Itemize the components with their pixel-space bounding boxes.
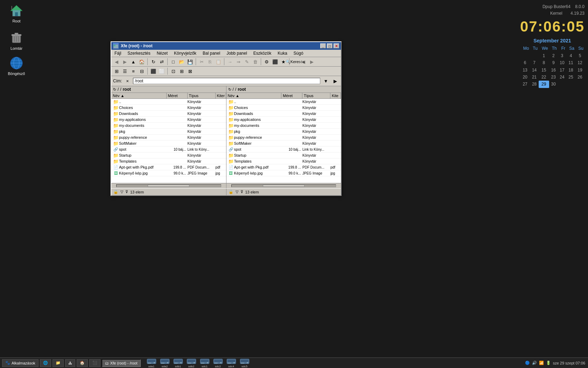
close-button[interactable]: ✕	[334, 43, 339, 48]
start-button[interactable]: 🐾 Alkalmazások	[2, 359, 38, 367]
right-col-type[interactable]: Típus	[302, 93, 330, 98]
list-item[interactable]: 📄 Apt-get with Pkg.pdf 199.8 ... PDF Doc…	[226, 164, 341, 170]
list-item[interactable]: 📁 SoftMaker Könyvtár	[111, 141, 226, 146]
list-item[interactable]: 📁 puppy-reference Könyvtár	[226, 135, 341, 141]
prefs-button[interactable]: ⚙	[263, 58, 271, 66]
list-item[interactable]: 🔗 spot 10 báj... Link to Köny...	[226, 146, 341, 152]
home-button[interactable]: 🏠	[138, 58, 146, 66]
forward-button[interactable]: ▶	[121, 58, 129, 66]
drive-icon-sdc5[interactable]: sdc5	[239, 357, 251, 368]
list-item[interactable]: 📁 .. Könyvtár	[111, 99, 226, 105]
split-v-button[interactable]: ⬜	[158, 67, 166, 75]
nav-next[interactable]: ▶	[308, 58, 316, 66]
fm-taskbar-btn[interactable]: 🗂 Xfe (root) - /root	[102, 359, 141, 367]
list-item[interactable]: 📄 Apt-get with Pkg.pdf 199.8 ... PDF Doc…	[111, 164, 226, 170]
terminal-button[interactable]: ⬛	[271, 58, 279, 66]
menu-szerkesztes[interactable]: Szerkesztés	[126, 50, 152, 56]
menu-bal-panel[interactable]: Bal panel	[201, 50, 222, 56]
save-button[interactable]: 💾	[186, 58, 194, 66]
right-col-ext[interactable]: Kite	[330, 93, 341, 98]
list-item[interactable]: 📁 Templates Könyvtár	[111, 158, 226, 164]
menu-sugo[interactable]: Súgó	[292, 50, 305, 56]
right-col-size[interactable]: Méret	[281, 93, 302, 98]
left-col-size[interactable]: Méret	[167, 93, 188, 98]
sync-button[interactable]: ⇄	[158, 58, 166, 66]
home-taskbar-btn[interactable]: 🏠	[77, 359, 88, 367]
browser-taskbar-btn[interactable]: 🌐	[40, 359, 51, 367]
menu-jobb-panel[interactable]: Jobb panel	[225, 50, 249, 56]
address-input[interactable]	[133, 78, 320, 84]
minimize-button[interactable]: _	[320, 43, 326, 48]
cut-button[interactable]: ✂	[198, 58, 205, 66]
rename-button[interactable]: ✎	[243, 58, 251, 66]
list-item[interactable]: 📁 Choices Könyvtár	[111, 105, 226, 111]
copy2-button[interactable]: ⇒	[234, 58, 242, 66]
view-th-button[interactable]: ⊡	[169, 67, 177, 75]
right-hscroll[interactable]	[226, 183, 341, 188]
clear-address-button[interactable]: ✕	[124, 77, 131, 85]
desktop-icon-bongeszo[interactable]: Böngésző	[4, 56, 29, 76]
list-item[interactable]: 📁 Downloads Könyvtár	[111, 111, 226, 117]
right-refresh-icon[interactable]: ↻	[228, 87, 231, 92]
paste-button[interactable]: 📋	[215, 58, 222, 66]
drive-icon-sdc2[interactable]: sdc2	[212, 357, 224, 368]
view-list-button[interactable]: ☰	[121, 67, 129, 75]
view-th2-button[interactable]: ⊞	[178, 67, 186, 75]
address-open-button[interactable]: ▶	[331, 77, 339, 85]
list-item[interactable]: 📁 Downloads Könyvtár	[226, 111, 341, 117]
list-item[interactable]: 📁 my-documents Könyvtár	[111, 123, 226, 129]
nav-prev[interactable]: ◀	[300, 58, 307, 66]
refresh-button[interactable]: ↻	[149, 58, 157, 66]
search-button[interactable]: 🔍 Keresés	[291, 58, 299, 66]
right-col-name[interactable]: Név ▲	[226, 93, 282, 98]
address-go-button[interactable]: ▼	[322, 77, 330, 85]
list-item[interactable]: 🖼 Képenyő kép.jpg 99.0 k... JPEG Image j…	[111, 170, 226, 176]
list-item[interactable]: 📁 .. Könyvtár	[226, 99, 341, 105]
open-button[interactable]: 📂	[178, 58, 186, 66]
left-col-name[interactable]: Név ▲	[111, 93, 167, 98]
drive-icon-sda2[interactable]: sda2	[159, 357, 171, 368]
list-item[interactable]: 📁 Choices Könyvtár	[226, 105, 341, 111]
view-details-button[interactable]: ≡	[130, 67, 137, 75]
list-item[interactable]: 📁 my-applications Könyvtár	[226, 117, 341, 123]
drive-icon-sdc1[interactable]: sdc1	[199, 357, 211, 368]
left-refresh-icon[interactable]: ↻	[113, 87, 116, 92]
menu-eszkozok[interactable]: Eszközök	[252, 50, 273, 56]
list-item[interactable]: 📁 SoftMaker Könyvtár	[226, 141, 341, 146]
up-button[interactable]: ▲	[130, 58, 137, 66]
view-icons-button[interactable]: ⊞	[113, 67, 120, 75]
split-h-button[interactable]: ⬛	[149, 67, 157, 75]
list-item[interactable]: 📁 pkg Könyvtár	[111, 129, 226, 135]
list-item[interactable]: 📁 puppy-reference Könyvtár	[111, 135, 226, 141]
menu-fajl[interactable]: Fájl	[113, 50, 123, 56]
files-taskbar-btn[interactable]: 📁	[52, 359, 64, 367]
drive-icon-sdc4[interactable]: sdc4	[225, 357, 237, 368]
list-item[interactable]: 📁 my-documents Könyvtár	[226, 123, 341, 129]
menu-kuka[interactable]: Kuka	[276, 50, 289, 56]
back-button[interactable]: ◀	[113, 58, 120, 66]
delete-button[interactable]: 🗑	[251, 58, 259, 66]
menu-nezet[interactable]: Nézet	[155, 50, 169, 56]
drive-icon-sdb2[interactable]: sdb2	[186, 357, 197, 368]
desktop-icon-root[interactable]: Root	[4, 4, 29, 23]
list-item[interactable]: 🖼 Képenyő kép.jpg 99.0 k... JPEG Image j…	[226, 170, 341, 176]
drive-icon-sdb1[interactable]: sdb1	[172, 357, 184, 368]
left-hscroll[interactable]	[111, 183, 226, 188]
menu-konyvjelzok[interactable]: Könyvjelzők	[172, 50, 198, 56]
left-col-ext[interactable]: Kiter	[216, 93, 226, 98]
list-item[interactable]: 📁 Templates Könyvtár	[226, 158, 341, 164]
view-th3-button[interactable]: ⊠	[186, 67, 194, 75]
list-item[interactable]: 📁 Startup Könyvtár	[226, 152, 341, 158]
network-taskbar-btn[interactable]: 🖧	[65, 359, 75, 367]
maximize-button[interactable]: □	[327, 43, 332, 48]
list-item[interactable]: 📁 pkg Könyvtár	[226, 129, 341, 135]
move-button[interactable]: →	[226, 58, 234, 66]
list-item[interactable]: 📁 my-applications Könyvtár	[111, 117, 226, 123]
term-taskbar-btn[interactable]: ⬛	[89, 359, 100, 367]
drive-icon-sda1[interactable]: sda1	[146, 357, 158, 368]
view-columns-button[interactable]: ⊟	[138, 67, 146, 75]
new-file-button[interactable]: □	[169, 58, 177, 66]
list-item[interactable]: 🔗 spot 10 báj... Link to Köny...	[111, 146, 226, 152]
copy-button[interactable]: ⎘	[206, 58, 214, 66]
left-col-type[interactable]: Típus	[188, 93, 216, 98]
